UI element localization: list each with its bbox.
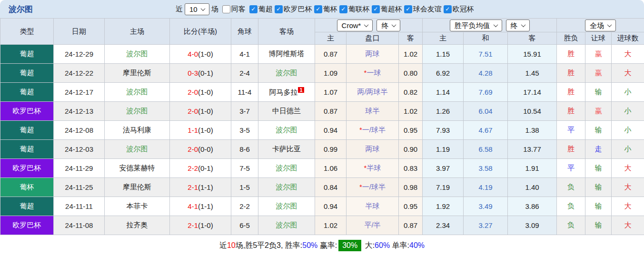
league-type-badge: 葡超: [0, 197, 54, 216]
match-score: 1-1(1-0): [170, 121, 231, 140]
match-score: 4-0(1-0): [170, 45, 231, 64]
corner-score: 8-6: [231, 140, 258, 159]
bookmaker-select[interactable]: Crow*: [337, 20, 373, 31]
fulltime-score: 1-1: [188, 126, 198, 134]
euro-away-odds: 1.45: [508, 64, 557, 83]
match-outcome: 负: [557, 216, 585, 235]
league-filter-label: 欧冠杯: [453, 5, 474, 14]
asian-away-odds: 0.87: [399, 216, 423, 235]
chevron-down-icon: [521, 22, 525, 27]
league-filter-checkbox[interactable]: ✓欧罗巴杯: [275, 5, 312, 14]
asian-away-odds: 1.02: [399, 45, 423, 64]
euro-home-odds: 7.19: [423, 178, 464, 197]
league-type-badge: 葡超: [0, 121, 54, 140]
asian-home-odds: 0.87: [315, 102, 347, 121]
away-team-badge: 1: [298, 87, 304, 93]
euro-away-odds: 3.86: [508, 197, 557, 216]
league-filter-label: 葡杯: [323, 5, 337, 14]
summary-text: 60%: [375, 241, 390, 250]
chevron-down-icon: [493, 22, 498, 27]
league-filter-checkbox[interactable]: ✓葡超杯: [372, 5, 402, 14]
home-team: 摩里伦斯: [105, 178, 170, 197]
euro-draw-odds: 7.69: [464, 83, 508, 102]
league-type-badge: 欧罗巴杯: [0, 216, 54, 235]
fulltime-score: 0-3: [188, 69, 198, 77]
table-row: 欧罗巴杯24-12-13波尔图2-0(1-0)3-7中日德兰0.87球半1.02…: [0, 102, 644, 121]
europe-stage-select[interactable]: 终: [506, 20, 530, 31]
fulltime-score: 2-0: [188, 145, 198, 153]
match-outcome: 胜: [557, 64, 585, 83]
asian-stage-select[interactable]: 终: [376, 20, 400, 31]
league-filter-checkbox[interactable]: ✓葡联杯: [339, 5, 370, 14]
asian-home-odds: 0.99: [315, 140, 347, 159]
league-type-badge: 葡超: [0, 83, 54, 102]
asian-away-odds: 0.83: [399, 159, 423, 178]
same-away-filter[interactable]: 同客: [222, 5, 246, 14]
star-mark: *: [364, 164, 367, 172]
fulltime-score: 4-1: [188, 202, 198, 210]
euro-draw-odds: 6.04: [464, 102, 508, 121]
summary-text: 赢率:: [317, 241, 337, 251]
fulltime-score: 2-0: [188, 107, 198, 115]
match-outcome: 胜: [557, 140, 585, 159]
match-history-table: 类型 日期 主场 比分(半场) 角球 客场 Crow* 终: [0, 18, 644, 235]
halftime-score: (0-1): [198, 69, 213, 77]
fulltime-score: 2-1: [188, 221, 198, 229]
goals-result: 大: [612, 178, 644, 197]
euro-home-odds: 1.26: [423, 102, 464, 121]
table-row: 葡超24-12-03波尔图2-0(0-0)8-6卡萨比亚0.99两球0.901.…: [0, 140, 644, 159]
goals-result: 大: [612, 197, 644, 216]
result-group-header: 全场: [557, 19, 644, 32]
scope-select[interactable]: 全场: [585, 20, 616, 31]
europe-odds-type-select[interactable]: 胜平负均值: [450, 20, 502, 31]
handicap-line: 球半: [347, 102, 399, 121]
sub-header-outcome: 胜负: [557, 32, 585, 45]
league-filter-checkbox[interactable]: ✓葡杯: [314, 5, 337, 14]
home-team: 波尔图: [105, 45, 170, 64]
asian-away-odds: 1.02: [399, 102, 423, 121]
halftime-score: (1-0): [198, 50, 213, 58]
handicap-result: 输: [585, 178, 612, 197]
euro-away-odds: 1.91: [508, 159, 557, 178]
handicap-result: 输: [585, 83, 612, 102]
col-header-corner: 角球: [231, 19, 258, 45]
euro-home-odds: 1.15: [423, 45, 464, 64]
col-header-home: 主场: [105, 19, 170, 45]
euro-away-odds: 15.91: [508, 45, 557, 64]
match-outcome: 负: [557, 197, 585, 216]
halftime-score: (1-0): [198, 107, 213, 115]
match-score: 2-2(0-1): [170, 159, 231, 178]
handicap-line: *半球: [347, 159, 399, 178]
home-team: 法马利康: [105, 121, 170, 140]
handicap-result: 输: [585, 121, 612, 140]
handicap-line: *一球: [347, 64, 399, 83]
handicap-line: *一/球半: [347, 121, 399, 140]
table-header: 类型 日期 主场 比分(半场) 角球 客场 Crow* 终: [0, 19, 644, 45]
asian-away-odds: 0.90: [399, 140, 423, 159]
league-filter-label: 球会友谊: [413, 5, 442, 14]
col-header-score: 比分(半场): [170, 19, 231, 45]
match-outcome: 平: [557, 121, 585, 140]
sub-header-euro-draw: 和: [464, 32, 508, 45]
euro-draw-odds: 4.67: [464, 121, 508, 140]
league-filter-checkbox[interactable]: ✓葡超: [249, 5, 273, 14]
summary-footer: 近10场,胜5平2负3, 胜率:50% 赢率:30% 大:60% 单率:40%: [0, 235, 644, 256]
star-mark: *: [359, 183, 362, 191]
league-filter-checkbox[interactable]: ✓欧冠杯: [444, 5, 474, 14]
euro-draw-odds: 7.51: [464, 45, 508, 64]
europe-stage-select-value: 终: [511, 21, 518, 30]
handicap-result: 输: [585, 159, 612, 178]
handicap-line: 两/两球半: [347, 83, 399, 102]
match-date: 24-11-29: [54, 159, 105, 178]
goals-result: 大: [612, 159, 644, 178]
asian-away-odds: 0.80: [399, 64, 423, 83]
col-header-type: 类型: [0, 19, 54, 45]
recent-count-select[interactable]: 10: [185, 3, 209, 15]
corner-score: 2-2: [231, 197, 258, 216]
league-type-badge: 葡超: [0, 45, 54, 64]
league-filter-checkbox[interactable]: ✓球会友谊: [404, 5, 442, 14]
away-team: 中日德兰: [258, 102, 315, 121]
scope-select-value: 全场: [590, 21, 604, 30]
match-score: 2-0(1-0): [170, 83, 231, 102]
handicap-result: 输: [585, 216, 612, 235]
